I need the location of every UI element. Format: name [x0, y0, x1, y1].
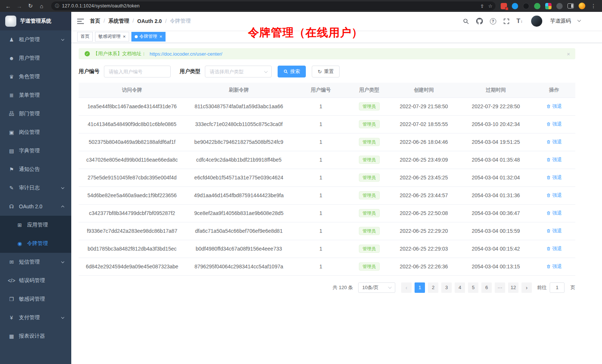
goto-page-input[interactable]: [550, 282, 565, 293]
reload-icon[interactable]: ↻: [26, 1, 35, 10]
side-panel-icon[interactable]: [567, 3, 574, 9]
search-icon[interactable]: [463, 18, 469, 24]
breadcrumb-item[interactable]: OAuth 2.0: [137, 18, 170, 24]
forward-icon[interactable]: →: [15, 1, 24, 10]
share-icon[interactable]: ⇧: [478, 2, 486, 10]
breadcrumb-item[interactable]: 系统管理: [108, 18, 137, 24]
sidebar-item[interactable]: ⚑ 通知公告: [0, 160, 71, 179]
sidebar-item[interactable]: ≣ 菜单管理: [0, 86, 71, 105]
page-button[interactable]: ···: [495, 282, 505, 293]
extension-icon-1[interactable]: [501, 3, 507, 9]
user-type-cell: 管理员: [349, 222, 389, 240]
extension-icon-6[interactable]: [556, 3, 563, 9]
create-time-cell: 2022-06-26 18:04:46: [389, 133, 458, 151]
sidebar-item[interactable]: 品 部门管理: [0, 105, 71, 123]
help-icon[interactable]: ?: [490, 18, 496, 24]
sidebar-item[interactable]: ☊ OAuth 2.0: [0, 197, 71, 216]
address-bar[interactable]: ⓘ 127.0.0.1:1024/system/oauth2/token ⇧ ☆: [51, 1, 495, 10]
action-cell: 强退: [533, 151, 575, 169]
page-size-value: 10条/页: [362, 284, 379, 291]
page-button[interactable]: 5: [468, 282, 478, 293]
sidebar-toggle-icon[interactable]: [71, 19, 90, 24]
action-cell: 强退: [533, 169, 575, 186]
font-size-icon[interactable]: T↕: [517, 17, 523, 25]
page-button[interactable]: 3: [441, 282, 452, 293]
github-icon[interactable]: [476, 18, 483, 24]
extension-icon-5[interactable]: [545, 3, 552, 9]
force-logout-button[interactable]: 强退: [546, 156, 562, 163]
alert-close-icon[interactable]: ×: [567, 51, 570, 57]
extension-icon-4[interactable]: [534, 3, 540, 9]
force-logout-button[interactable]: 强退: [546, 174, 562, 181]
table-row: f9336e7c7dd242a283ee98dc86b17a87 dfa6c71…: [79, 222, 575, 240]
user-type-cell: 管理员: [349, 133, 389, 151]
tab[interactable]: 首页 ×: [77, 32, 93, 42]
page-size-select[interactable]: 10条/页: [358, 282, 395, 293]
close-icon[interactable]: ×: [123, 34, 126, 39]
force-logout-button[interactable]: 强退: [546, 103, 562, 110]
sidebar-item[interactable]: ▦ 报表设计器: [0, 327, 71, 345]
access-token-cell: 41c41346a548490f9dc8b01c6bfe0865: [79, 115, 186, 133]
column-header: 刷新令牌: [186, 83, 292, 97]
tab[interactable]: 敏感词管理 ×: [95, 32, 129, 42]
force-logout-button[interactable]: 强退: [546, 192, 562, 199]
tab[interactable]: 令牌管理 ×: [131, 32, 166, 42]
create-time-cell: 2022-06-25 23:45:25: [389, 169, 458, 186]
force-logout-label: 强退: [552, 174, 562, 181]
page-button[interactable]: 12: [508, 282, 518, 293]
chevron-down-icon[interactable]: [578, 18, 581, 22]
menu-icon: ≣: [7, 92, 16, 98]
browser-menu-icon[interactable]: ⋮: [590, 3, 597, 9]
menu-icon: 品: [7, 110, 16, 117]
sidebar-item[interactable]: ▣ 岗位管理: [0, 123, 71, 142]
force-logout-button[interactable]: 强退: [546, 121, 562, 128]
sidebar-item[interactable]: ▤ 字典管理: [0, 142, 71, 160]
browser-profile-avatar[interactable]: [579, 3, 585, 9]
sidebar-item[interactable]: ¥ 支付管理: [0, 308, 71, 327]
extension-icon-2[interactable]: [512, 3, 518, 9]
page-button[interactable]: 1: [415, 282, 425, 293]
action-cell: 强退: [533, 133, 575, 151]
sidebar-item[interactable]: </> 错误码管理: [0, 271, 71, 290]
force-logout-button[interactable]: 强退: [546, 245, 562, 252]
user-id-cell: 1: [292, 240, 349, 258]
search-button[interactable]: 搜索: [278, 66, 306, 77]
sidebar-item[interactable]: ♛ 角色管理: [0, 67, 71, 86]
user-avatar[interactable]: [531, 16, 542, 27]
breadcrumb-item[interactable]: 首页: [90, 18, 108, 24]
app-logo[interactable]: 芋道管理系统: [0, 12, 71, 30]
force-logout-button[interactable]: 强退: [546, 228, 562, 234]
force-logout-button[interactable]: 强退: [546, 210, 562, 216]
close-icon[interactable]: ×: [160, 34, 163, 39]
sidebar-item[interactable]: ✎ 审计日志: [0, 179, 71, 197]
sidebar-item[interactable]: ⊞ 应用管理: [0, 216, 71, 234]
sidebar-item[interactable]: ♟ 租户管理: [0, 30, 71, 49]
home-icon[interactable]: ⌂: [37, 1, 46, 10]
page-button[interactable]: 2: [428, 282, 438, 293]
prev-page-button[interactable]: ‹: [401, 282, 412, 293]
sidebar-item[interactable]: ✉ 短信管理: [0, 253, 71, 271]
back-icon[interactable]: ←: [4, 1, 13, 10]
user-id-input[interactable]: [104, 66, 171, 77]
bookmark-star-icon[interactable]: ☆: [487, 2, 494, 10]
page-button[interactable]: 6: [481, 282, 492, 293]
chevron-down-icon: [388, 285, 392, 289]
info-icon[interactable]: ⓘ: [55, 3, 59, 9]
next-page-button[interactable]: ›: [521, 282, 532, 293]
breadcrumb-item[interactable]: 令牌管理: [170, 18, 191, 24]
user-type-select[interactable]: [205, 66, 272, 77]
force-logout-button[interactable]: 强退: [546, 139, 562, 145]
refresh-token-cell: 9ce8ef2aa9f14056b831ae9b608e28d5: [186, 204, 292, 222]
sidebar-item[interactable]: ☻ 用户管理: [0, 49, 71, 67]
page-button[interactable]: 4: [455, 282, 465, 293]
extension-icon-3[interactable]: [523, 3, 529, 9]
doc-link[interactable]: https://doc.iocoder.cn/user-center/: [150, 51, 222, 57]
sidebar-item[interactable]: ❐ 敏感词管理: [0, 290, 71, 308]
fullscreen-icon[interactable]: [503, 18, 510, 24]
user-type-select-input[interactable]: [205, 66, 272, 77]
user-id-cell: 1: [292, 151, 349, 169]
refresh-token-cell: cdfc4ce9c2da4bb1bdf21b9918ff4be5: [186, 151, 292, 169]
sidebar-item[interactable]: ◉ 令牌管理: [0, 234, 71, 253]
force-logout-button[interactable]: 强退: [546, 263, 562, 270]
reset-button[interactable]: ↻ 重置: [312, 66, 340, 77]
